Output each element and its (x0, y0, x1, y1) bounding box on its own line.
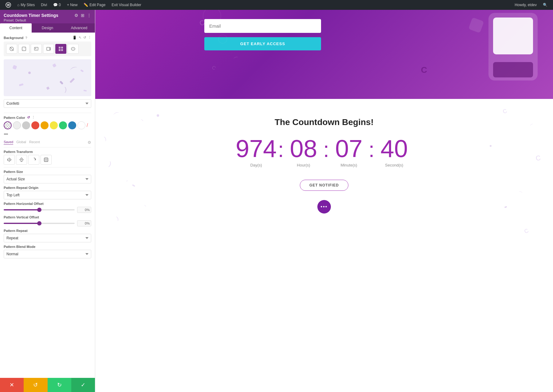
swatch-red[interactable] (31, 121, 39, 129)
panel-grid-icon[interactable]: ⊞ (81, 13, 84, 18)
email-input[interactable] (204, 19, 321, 33)
timer-hours-number: 08 (290, 136, 317, 161)
timer-seconds: 40 Second(s) (376, 136, 413, 167)
save-button[interactable]: ✓ (71, 378, 95, 392)
hero-section: C C ) ⌒ GET EARLY ACCESS (95, 10, 553, 99)
house-icon: ⌂ (17, 3, 19, 7)
transform-flip-h[interactable] (4, 155, 15, 165)
more-swatches-icon[interactable]: ••• (4, 131, 8, 138)
panel-content: Background ? 📱 ↖ ↺ ⋮ (0, 33, 95, 378)
nav-howdy[interactable]: Howdy, etdev (512, 0, 540, 10)
help-icon[interactable]: ? (25, 36, 27, 40)
pattern-color-reset-icon[interactable]: ↺ (27, 116, 30, 120)
countdown-title: The Countdown Begins! (108, 117, 541, 127)
timer-days-number: 974 (236, 136, 276, 161)
redo-button[interactable]: ↻ (48, 378, 71, 392)
nav-new[interactable]: + New (64, 0, 80, 10)
timer-colon-1: : (278, 137, 284, 167)
vert-slider-track[interactable] (4, 223, 75, 224)
more-options-icon[interactable]: ⋮ (88, 36, 91, 40)
tab-design[interactable]: Design (32, 23, 63, 33)
section-icons: 📱 ↖ ↺ ⋮ (73, 36, 91, 40)
background-section-label: Background ? 📱 ↖ ↺ ⋮ (4, 36, 91, 40)
tab-content[interactable]: Content (0, 23, 32, 33)
pattern-blend-mode-label: Pattern Blend Mode (4, 245, 91, 249)
bg-mask[interactable] (68, 44, 79, 54)
countdown-bg-pattern: ⌒ ) – C ⌒ ) ~ C ⌒ ) C – (95, 99, 553, 299)
pattern-type-select[interactable]: Confetti Dots Lines Zigzag Checkerboard (4, 99, 91, 108)
transform-flip-v[interactable] (16, 155, 27, 165)
cursor-icon[interactable]: ↖ (79, 36, 81, 40)
bg-image[interactable] (31, 44, 42, 54)
pattern-color-more-icon[interactable]: ⋮ (32, 116, 35, 120)
hero-right: C (418, 16, 541, 90)
swatch-checker[interactable] (4, 121, 12, 129)
wp-logo[interactable]: W (2, 0, 14, 10)
pattern-color-label: Pattern Color ↺ ⋮ (4, 116, 91, 120)
swatch-orange[interactable] (41, 121, 49, 129)
timer-hours: 08 Hour(s) (285, 136, 322, 167)
transform-invert[interactable] (41, 155, 52, 165)
pattern-repeat-origin-select[interactable]: Top Left Top Center Top Right Center Bot… (4, 191, 91, 199)
color-tabs: Saved Global Recent ⚙ (4, 140, 91, 145)
panel-more-icon[interactable]: ⋮ (87, 13, 91, 18)
divider-3 (4, 167, 91, 167)
search-icon: 🔍 (543, 3, 547, 7)
cancel-button[interactable]: ✕ (0, 378, 24, 392)
top-nav: W ⌂ My Sites Divi 💬 0 + New ✏️ Edit Page… (0, 0, 553, 10)
cta-button[interactable]: GET EARLY ACCESS (204, 37, 321, 50)
bg-none[interactable] (6, 44, 17, 54)
nav-exit-visual-builder[interactable]: Exit Visual Builder (108, 0, 144, 10)
swatch-green[interactable] (59, 121, 67, 129)
swatch-yellow[interactable] (50, 121, 58, 129)
timer-seconds-number: 40 (380, 136, 408, 161)
nav-editpage[interactable]: ✏️ Edit Page (80, 0, 108, 10)
phone-icon[interactable]: 📱 (73, 36, 77, 40)
nav-comments[interactable]: 💬 0 (50, 0, 64, 10)
divider-2 (4, 147, 91, 147)
nav-search[interactable]: 🔍 (540, 0, 551, 10)
nav-divi[interactable]: Divi (38, 0, 50, 10)
timer-days: 974 Day(s) (236, 136, 276, 167)
vert-slider-value[interactable]: 0% (77, 220, 91, 226)
svg-line-5 (22, 47, 26, 51)
timer-colon-3: : (368, 137, 374, 167)
floating-dots-button[interactable]: ••• (317, 200, 331, 214)
pattern-size-select[interactable]: Actual Size Fit Fill Stretch Custom (4, 175, 91, 183)
svg-rect-8 (47, 47, 50, 50)
swatch-gray[interactable] (22, 121, 30, 129)
countdown-timer: 974 Day(s) : 08 Hour(s) : 07 Minute(s) (108, 136, 541, 167)
color-tab-saved[interactable]: Saved (4, 140, 13, 145)
pattern-horiz-offset-label: Pattern Horizontal Offset (4, 202, 91, 206)
divider-1 (4, 113, 91, 113)
bg-pattern[interactable] (55, 44, 66, 54)
phone-screen (493, 18, 533, 54)
reset-icon[interactable]: ↺ (83, 36, 86, 40)
pattern-repeat-label: Pattern Repeat (4, 229, 91, 233)
swatch-blue[interactable] (68, 121, 76, 129)
color-pen-icon[interactable]: / (87, 123, 88, 128)
pattern-repeat-select[interactable]: Repeat Repeat X Repeat Y No Repeat Space… (4, 234, 91, 242)
color-tab-recent[interactable]: Recent (29, 140, 40, 145)
bg-video[interactable] (43, 44, 54, 54)
bg-color[interactable] (18, 44, 29, 54)
reset-button[interactable]: ↺ (24, 378, 47, 392)
transform-rotate[interactable] (28, 155, 39, 165)
horiz-slider-value[interactable]: 0% (77, 207, 91, 213)
timer-minutes: 07 Minute(s) (330, 136, 367, 167)
canvas-scroll[interactable]: C C ) ⌒ GET EARLY ACCESS (95, 10, 553, 392)
horiz-slider-track[interactable] (4, 209, 75, 210)
color-tab-settings-icon[interactable]: ⚙ (88, 140, 91, 145)
tab-advanced[interactable]: Advanced (63, 23, 95, 33)
panel-preset[interactable]: Preset: Default (4, 18, 91, 22)
swatch-white[interactable] (13, 121, 21, 129)
svg-text:W: W (7, 3, 10, 7)
nav-mysites[interactable]: ⌂ My Sites (14, 0, 38, 10)
svg-rect-10 (61, 47, 63, 49)
color-tab-global[interactable]: Global (16, 140, 26, 145)
pattern-blend-mode-select[interactable]: Normal Multiply Screen Overlay Darken Li… (4, 250, 91, 258)
timer-days-label: Day(s) (250, 163, 262, 167)
panel-settings-icon[interactable]: ⚙ (74, 13, 78, 18)
swatch-white2[interactable] (77, 121, 85, 129)
get-notified-button[interactable]: GET NOTIFIED (300, 180, 348, 191)
